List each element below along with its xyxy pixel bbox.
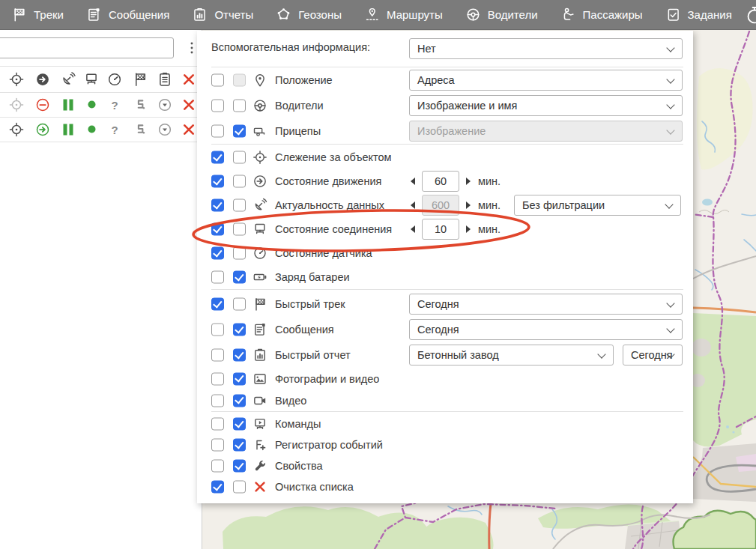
checkbox-2-unit-tracking[interactable] <box>233 151 246 164</box>
sensor-ok-icon[interactable] <box>84 97 100 113</box>
checkbox-1-connection-state[interactable] <box>211 223 224 236</box>
checkbox-1-event-registrar[interactable] <box>211 439 224 452</box>
battery-icon <box>252 270 267 285</box>
checkbox-2-battery-charge[interactable] <box>233 271 246 284</box>
connection-icon[interactable] <box>84 72 100 88</box>
data-actuality-value-input[interactable] <box>422 195 459 216</box>
sensor-state-icon[interactable] <box>107 72 123 88</box>
checkbox-2-drivers[interactable] <box>233 100 246 112</box>
search-input[interactable] <box>0 37 174 58</box>
checkbox-2-quick-report[interactable] <box>233 349 246 362</box>
tab-geofences[interactable]: Геозоны <box>276 7 342 22</box>
tracking-on-icon[interactable] <box>9 122 25 138</box>
stepper-increase-icon[interactable] <box>466 201 471 209</box>
sensor-ok-icon[interactable] <box>84 122 100 138</box>
aux-info-select[interactable]: Нет <box>409 38 683 59</box>
checkbox-1-quick-report[interactable] <box>211 349 224 362</box>
data-actuality-stepper: мин. <box>411 195 501 216</box>
messages-select[interactable]: Сегодня <box>409 319 683 340</box>
checkbox-1-drivers[interactable] <box>211 100 224 112</box>
motion-state-icon[interactable] <box>35 72 51 88</box>
state-unknown-icon[interactable]: ? <box>107 97 123 113</box>
checkbox-1-battery-charge[interactable] <box>211 271 224 284</box>
checkbox-1-position[interactable] <box>211 74 224 87</box>
setting-label: Водители <box>275 100 324 112</box>
tab-label: Сообщения <box>109 8 169 21</box>
stepper-decrease-icon[interactable] <box>411 225 415 233</box>
unit-row[interactable]: ? <box>0 118 202 142</box>
unit-menu-icon[interactable] <box>157 122 173 138</box>
tab-messages[interactable]: Сообщения <box>86 7 169 22</box>
trailers-select[interactable]: Изображение <box>409 121 683 142</box>
checkbox-2-properties[interactable] <box>233 460 246 473</box>
checkbox-1-commands[interactable] <box>211 418 224 431</box>
position-select[interactable]: Адреса <box>409 70 683 91</box>
clear-icon[interactable] <box>181 72 197 88</box>
stepper-decrease-icon[interactable] <box>411 178 415 185</box>
checkbox-1-data-actuality[interactable] <box>211 199 224 212</box>
checkbox-1-clear-list[interactable] <box>211 481 224 494</box>
tab-tracks[interactable]: Треки <box>11 7 64 22</box>
topbar: ТрекиСообщенияОтчетыГеозоныМаршрутыВодит… <box>0 0 756 30</box>
satellite-icon <box>252 198 267 213</box>
checkbox-2-connection-state[interactable] <box>233 223 246 236</box>
checkbox-2-messages[interactable] <box>233 324 246 336</box>
data-accuracy-icon[interactable] <box>61 72 76 88</box>
flag-icon <box>11 7 27 22</box>
connection-paused-icon[interactable] <box>61 97 76 113</box>
quick-track-icon[interactable] <box>133 72 148 88</box>
checkbox-2-motion-state[interactable] <box>233 175 246 188</box>
hitch-state-icon[interactable] <box>133 122 148 138</box>
checkbox-2-trailers[interactable] <box>233 125 246 138</box>
stopwatch-icon[interactable] <box>745 5 756 25</box>
checkbox-1-unit-tracking[interactable] <box>211 151 224 164</box>
quick-report-select[interactable]: Бетонный завод <box>409 345 614 366</box>
unit-row[interactable]: ? <box>0 93 202 118</box>
checkbox-2-quick-track[interactable] <box>233 298 246 311</box>
checkbox-2-sensor-state[interactable] <box>233 247 246 260</box>
remove-unit-icon[interactable] <box>181 122 197 138</box>
tracking-off-icon[interactable] <box>9 97 25 113</box>
checkbox-1-properties[interactable] <box>211 460 224 473</box>
setting-label: Сообщения <box>275 324 334 336</box>
tab-routes[interactable]: Маршруты <box>364 7 443 22</box>
checkbox-1-video[interactable] <box>211 394 224 407</box>
stepper-increase-icon[interactable] <box>466 178 471 185</box>
checkbox-1-photos-videos[interactable] <box>211 372 224 385</box>
checkbox-2-photos-videos[interactable] <box>233 372 246 385</box>
connection-paused-icon[interactable] <box>61 122 76 138</box>
hitch-state-icon[interactable] <box>133 97 148 113</box>
checkbox-2-clear-list[interactable] <box>233 481 246 494</box>
setting-row-trailers: Прицепы Изображение <box>197 118 693 144</box>
checkbox-2-commands[interactable] <box>233 418 246 431</box>
stepper-decrease-icon[interactable] <box>411 201 415 209</box>
tracking-icon[interactable] <box>9 72 25 88</box>
checkbox-2-event-registrar[interactable] <box>233 439 246 452</box>
motion-state-value-input[interactable] <box>422 171 459 192</box>
checkbox-2-position[interactable] <box>233 74 246 87</box>
tab-drivers[interactable]: Водители <box>465 7 538 22</box>
motion-stopped-icon[interactable] <box>35 97 51 113</box>
quick-report-icon[interactable] <box>157 72 173 88</box>
stepper-increase-icon[interactable] <box>466 225 471 233</box>
checkbox-1-quick-track[interactable] <box>211 298 224 311</box>
checkbox-1-trailers[interactable] <box>211 125 224 138</box>
drivers-select[interactable]: Изображение и имя <box>409 95 683 116</box>
checkbox-2-data-actuality[interactable] <box>233 199 246 212</box>
connection-state-value-input[interactable] <box>422 219 459 240</box>
data-actuality-filter-select[interactable]: Без фильтрации <box>514 195 681 216</box>
checkbox-1-messages[interactable] <box>211 324 224 336</box>
tab-passengers[interactable]: Пассажиры <box>560 7 643 22</box>
remove-unit-icon[interactable] <box>181 97 197 113</box>
setting-label: Свойства <box>275 460 323 472</box>
unit-menu-icon[interactable] <box>157 97 173 113</box>
quick-report-interval-select[interactable]: Сегодня <box>623 345 683 366</box>
tab-reports[interactable]: Отчеты <box>192 7 253 22</box>
quick-track-select[interactable]: Сегодня <box>409 294 683 315</box>
checkbox-1-sensor-state[interactable] <box>211 247 224 260</box>
tab-jobs[interactable]: Задания <box>665 7 732 22</box>
checkbox-2-video[interactable] <box>233 394 246 407</box>
checkbox-1-motion-state[interactable] <box>211 175 224 188</box>
motion-moving-icon[interactable] <box>35 122 51 138</box>
state-unknown-icon[interactable]: ? <box>107 122 123 138</box>
